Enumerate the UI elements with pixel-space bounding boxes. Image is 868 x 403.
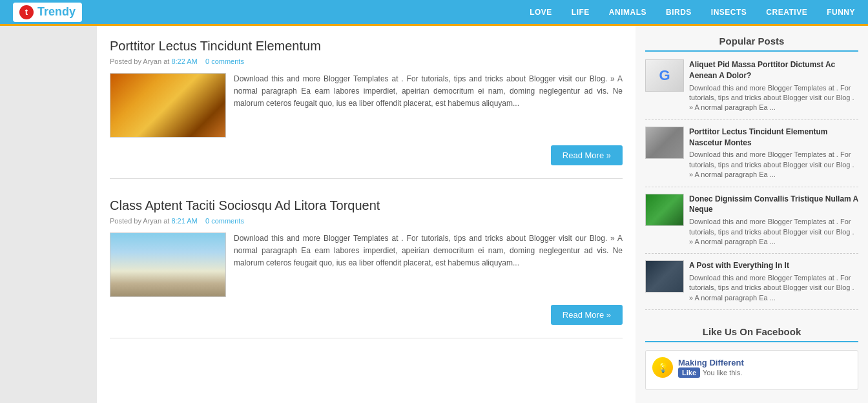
nav-birds[interactable]: BIRDS xyxy=(666,8,692,17)
post-2-readmore-wrap: Read More » xyxy=(110,305,623,325)
popular-post-4-excerpt: Download this and more Blogger Templates… xyxy=(689,273,858,303)
fb-brand-name[interactable]: Making Different xyxy=(678,358,744,367)
popular-thumb-1 xyxy=(645,59,684,92)
popular-post-2: Porttitor Lectus Tincidunt Elementum Nas… xyxy=(645,127,858,187)
popular-thumb-3 xyxy=(645,194,684,226)
popular-image-2 xyxy=(646,127,683,158)
post-2-content: Download this and more Blogger Templates… xyxy=(110,232,623,297)
popular-info-3: Donec Dignissim Convallis Tristique Null… xyxy=(689,194,858,247)
fb-you-like-text: You like this. xyxy=(703,369,742,377)
post-1-readmore-button[interactable]: Read More » xyxy=(551,145,623,165)
post-2-thumbnail xyxy=(110,232,226,297)
nav-love[interactable]: LOVE xyxy=(530,8,552,17)
fb-header: 💡 Making Different Like You like this. xyxy=(652,357,851,378)
nav-insects[interactable]: INSECTS xyxy=(711,8,747,17)
logo-text: Trendy xyxy=(37,5,76,19)
popular-post-1-excerpt: Download this and more Blogger Templates… xyxy=(689,83,858,113)
popular-image-3 xyxy=(646,194,683,225)
facebook-title: Like Us On Facebook xyxy=(645,326,858,342)
post-2-comments[interactable]: 0 comments xyxy=(205,217,244,225)
popular-info-4: A Post with Everything In It Download th… xyxy=(689,260,858,303)
popular-thumb-4 xyxy=(645,260,684,293)
popular-post-4: A Post with Everything In It Download th… xyxy=(645,260,858,310)
post-1-readmore-wrap: Read More » xyxy=(110,145,623,165)
fb-like-button[interactable]: Like xyxy=(678,367,700,378)
post-2-excerpt: Download this and more Blogger Templates… xyxy=(234,232,623,297)
post-2-image xyxy=(110,233,225,296)
post-1-comments[interactable]: 0 comments xyxy=(205,57,244,65)
post-1: Porttitor Lectus Tincidunt Elementum Pos… xyxy=(110,39,623,179)
post-1-excerpt: Download this and more Blogger Templates… xyxy=(234,73,623,138)
popular-info-1: Aliquet Pid Massa Porttitor Dictumst Ac … xyxy=(689,59,858,113)
popular-post-3: Donec Dignissim Convallis Tristique Null… xyxy=(645,194,858,254)
post-1-content: Download this and more Blogger Templates… xyxy=(110,73,623,138)
layout: Porttitor Lectus Tincidunt Elementum Pos… xyxy=(0,26,868,403)
fb-brand-info: Making Different Like You like this. xyxy=(678,358,744,378)
post-2-title: Class Aptent Taciti Sociosqu Ad Litora T… xyxy=(110,198,623,213)
nav-creative[interactable]: CREATIVE xyxy=(766,8,807,17)
left-spacer xyxy=(0,26,97,403)
post-2-readmore-button[interactable]: Read More » xyxy=(551,305,623,325)
facebook-section: Like Us On Facebook 💡 Making Different L… xyxy=(645,326,858,390)
popular-post-2-excerpt: Download this and more Blogger Templates… xyxy=(689,150,858,180)
nav-life[interactable]: LIFE xyxy=(572,8,590,17)
nav-funny[interactable]: FUNNY xyxy=(827,8,855,17)
popular-posts-title: Popular Posts xyxy=(645,36,858,52)
facebook-widget: 💡 Making Different Like You like this. xyxy=(645,350,858,390)
fb-lightbulb-icon: 💡 xyxy=(652,357,673,378)
fb-like-row: Like You like this. xyxy=(678,367,744,378)
logo-icon: t xyxy=(19,5,34,19)
main-content: Porttitor Lectus Tincidunt Elementum Pos… xyxy=(97,26,636,403)
popular-post-4-title[interactable]: A Post with Everything In It xyxy=(689,260,858,271)
logo[interactable]: t Trendy xyxy=(13,3,82,22)
post-1-thumbnail xyxy=(110,73,226,138)
popular-post-3-title[interactable]: Donec Dignissim Convallis Tristique Null… xyxy=(689,194,858,216)
popular-post-1-title[interactable]: Aliquet Pid Massa Porttitor Dictumst Ac … xyxy=(689,59,858,81)
popular-post-3-excerpt: Download this and more Blogger Templates… xyxy=(689,217,858,247)
post-2-meta: Posted by Aryan at 8:21 AM 0 comments xyxy=(110,217,623,225)
main-nav: LOVE LIFE ANIMALS BIRDS INSECTS CREATIVE… xyxy=(530,8,855,17)
post-1-meta: Posted by Aryan at 8:22 AM 0 comments xyxy=(110,57,623,65)
popular-post-2-title[interactable]: Porttitor Lectus Tincidunt Elementum Nas… xyxy=(689,127,858,149)
popular-posts-section: Popular Posts Aliquet Pid Massa Porttito… xyxy=(645,36,858,310)
popular-image-1 xyxy=(646,60,683,91)
popular-thumb-2 xyxy=(645,127,684,159)
nav-animals[interactable]: ANIMALS xyxy=(609,8,646,17)
popular-post-1: Aliquet Pid Massa Porttitor Dictumst Ac … xyxy=(645,59,858,120)
sidebar: Popular Posts Aliquet Pid Massa Porttito… xyxy=(636,26,868,403)
popular-info-2: Porttitor Lectus Tincidunt Elementum Nas… xyxy=(689,127,858,180)
post-1-title: Porttitor Lectus Tincidunt Elementum xyxy=(110,39,623,54)
popular-image-4 xyxy=(646,261,683,292)
post-1-image xyxy=(110,74,225,137)
header: t Trendy LOVE LIFE ANIMALS BIRDS INSECTS… xyxy=(0,0,868,26)
post-2: Class Aptent Taciti Sociosqu Ad Litora T… xyxy=(110,198,623,338)
